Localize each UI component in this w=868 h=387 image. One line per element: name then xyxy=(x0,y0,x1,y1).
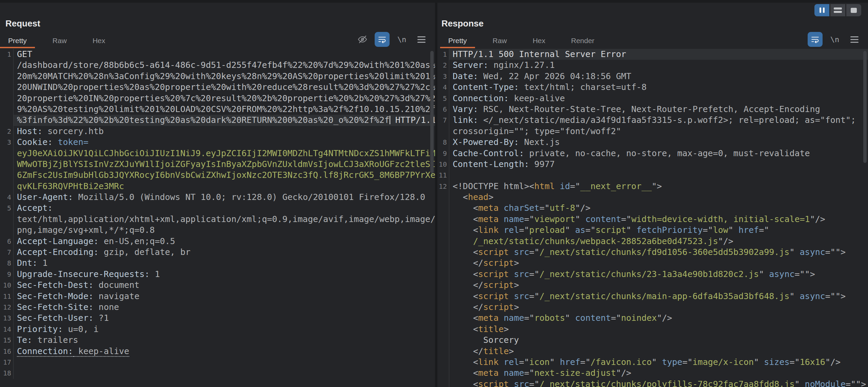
code-line[interactable]: qvKLF63RQVPHtBi2e3MRc xyxy=(0,181,435,192)
response-scrollbar[interactable] xyxy=(863,51,867,163)
line-number: 10 xyxy=(0,280,13,291)
code-line[interactable]: <link rel="preload" as="script" fetchPri… xyxy=(437,225,868,236)
editor-menu-icon[interactable] xyxy=(414,32,429,47)
layout-rows-button[interactable] xyxy=(830,4,845,16)
tab-raw[interactable]: Raw xyxy=(44,35,75,48)
code-line[interactable]: 8Dnt: 1 xyxy=(0,258,435,269)
layout-rows-icon xyxy=(834,7,842,13)
newline-toggle[interactable]: \n xyxy=(394,32,409,47)
code-line[interactable]: 5Accept: xyxy=(0,203,435,214)
response-tabbar: PrettyRawHexRender xyxy=(440,35,603,48)
code-line[interactable]: 18 xyxy=(0,368,435,379)
code-line[interactable]: 6Vary: RSC, Next-Router-State-Tree, Next… xyxy=(437,104,868,115)
code-line[interactable]: 20propertie%20IN%20properties%20%7c%20re… xyxy=(0,93,435,104)
layout-single-button[interactable] xyxy=(846,4,861,16)
tab-hex[interactable]: Hex xyxy=(84,35,113,48)
code-line[interactable]: crossorigin=""; type="font/woff2" xyxy=(437,126,868,137)
line-number xyxy=(437,368,449,379)
request-editor[interactable]: 1GET/dashboard/store/88b6b6c5-a614-486c-… xyxy=(0,48,435,387)
tab-pretty[interactable]: Pretty xyxy=(0,35,35,48)
request-scrollbar[interactable] xyxy=(430,51,434,173)
code-line[interactable]: 1GET xyxy=(0,49,435,60)
code-line[interactable]: <meta name="next-size-adjust"/> xyxy=(437,368,868,379)
response-editor[interactable]: 1HTTP/1.1 500 Internal Server Error2Serv… xyxy=(437,48,868,387)
code-line[interactable]: </script> xyxy=(437,280,868,291)
code-line[interactable]: 20UNWIND%20properties%20as%20propertie%2… xyxy=(0,82,435,93)
code-line[interactable]: 17 xyxy=(0,357,435,368)
code-line[interactable]: 10Content-Length: 9977 xyxy=(437,159,868,170)
line-number: 2 xyxy=(437,60,449,71)
code-line[interactable]: 2Server: nginx/1.27.1 xyxy=(437,60,868,71)
newline-toggle[interactable]: \n xyxy=(827,32,842,47)
code-line[interactable]: 14Priority: u=0, i xyxy=(0,324,435,335)
line-number xyxy=(437,214,449,225)
code-line[interactable]: <script src="/_next/static/chunks/polyfi… xyxy=(437,379,868,387)
hide-headers-eye-off-icon[interactable] xyxy=(355,32,370,47)
word-wrap-icon[interactable] xyxy=(375,32,390,47)
code-line[interactable]: 9Upgrade-Insecure-Requests: 1 xyxy=(0,269,435,280)
word-wrap-icon[interactable] xyxy=(808,32,823,47)
code-line[interactable]: 7Accept-Encoding: gzip, deflate, br xyxy=(0,247,435,258)
code-line[interactable]: /dashboard/store/88b6b6c5-a614-486c-9d51… xyxy=(0,60,435,71)
code-line[interactable]: </title> xyxy=(437,346,868,357)
line-number: 8 xyxy=(437,137,449,148)
code-line[interactable]: </script> xyxy=(437,302,868,313)
code-line[interactable]: </script> xyxy=(437,258,868,269)
code-line[interactable]: <script src="/_next/static/chunks/fd9d10… xyxy=(437,247,868,258)
code-line[interactable]: %3finfo%3d%22%20%2b%20testing%20as%20dar… xyxy=(0,115,435,126)
code-line[interactable]: <meta charSet="utf-8"/> xyxy=(437,203,868,214)
code-line[interactable]: <meta name="viewport" content="width=dev… xyxy=(437,214,868,225)
code-line[interactable]: 9%20AS%20testing%20limit%201%20LOAD%20CS… xyxy=(0,104,435,115)
code-line[interactable]: <meta name="robots" content="noindex"/> xyxy=(437,313,868,324)
code-line[interactable]: 6ZmFsc2UsIm9ubHlGb3JQYXRocyI6bnVsbCwiZXh… xyxy=(0,170,435,181)
code-line[interactable]: eyJ0eXAiOiJKV1QiLCJhbGciOiJIUzI1NiJ9.eyJ… xyxy=(0,148,435,159)
code-line[interactable]: 10Sec-Fetch-Dest: document xyxy=(0,280,435,291)
code-line[interactable]: 1HTTP/1.1 500 Internal Server Error xyxy=(437,49,868,60)
code-line[interactable]: 15Te: trailers xyxy=(0,335,435,346)
code-line[interactable]: 5Connection: keep-alive xyxy=(437,93,868,104)
line-number: 1 xyxy=(437,49,449,60)
code-line[interactable]: WMwOTBjZjBlYSIsInVzZXJuYW1lIjoiZGFyayIsI… xyxy=(0,159,435,170)
code-line[interactable]: <title> xyxy=(437,324,868,335)
panel-divider[interactable] xyxy=(435,3,437,387)
code-line[interactable]: 12Sec-Fetch-Site: none xyxy=(0,302,435,313)
line-number: 15 xyxy=(0,335,13,346)
code-line[interactable]: <head> xyxy=(437,192,868,203)
code-line[interactable]: 3Date: Wed, 22 Apr 2026 04:18:56 GMT xyxy=(437,71,868,82)
line-number xyxy=(0,115,13,126)
line-number: 9 xyxy=(437,148,449,159)
line-number: 3 xyxy=(0,137,13,148)
tab-render[interactable]: Render xyxy=(563,35,603,48)
code-line[interactable]: 16Connection: keep-alive xyxy=(0,346,435,357)
code-line[interactable]: 3Cookie: token= xyxy=(0,137,435,148)
code-line[interactable]: text/html,application/xhtml+xml,applicat… xyxy=(0,214,435,225)
code-line[interactable]: 7link: </_next/static/media/a34f9d1faa5f… xyxy=(437,115,868,126)
tab-hex[interactable]: Hex xyxy=(525,35,553,48)
code-line[interactable]: 13Sec-Fetch-User: ?1 xyxy=(0,313,435,324)
code-line[interactable]: 4Content-Type: text/html; charset=utf-8 xyxy=(437,82,868,93)
code-line[interactable]: 2Host: sorcery.htb xyxy=(0,126,435,137)
code-line[interactable]: <script src="/_next/static/chunks/23-1a3… xyxy=(437,269,868,280)
code-line[interactable]: 12<!DOCTYPE html><html id="__next_error_… xyxy=(437,181,868,192)
code-line[interactable]: 6Accept-Language: en-US,en;q=0.5 xyxy=(0,236,435,247)
code-line[interactable]: 11Sec-Fetch-Mode: navigate xyxy=(0,291,435,302)
code-line[interactable]: 11 xyxy=(437,170,868,181)
code-line[interactable]: 20m%20MATCH%20%28n%3aConfig%29%20with%20… xyxy=(0,71,435,82)
code-line[interactable]: <script src="/_next/static/chunks/main-a… xyxy=(437,291,868,302)
editor-menu-icon[interactable] xyxy=(847,32,862,47)
line-number xyxy=(0,104,13,115)
code-line[interactable]: /_next/static/chunks/webpack-28852a6be0d… xyxy=(437,236,868,247)
layout-columns-icon xyxy=(820,7,825,13)
line-number: 14 xyxy=(0,324,13,335)
newline-label: \n xyxy=(397,35,407,44)
code-line[interactable]: <link rel="icon" href="/favicon.ico" typ… xyxy=(437,357,868,368)
layout-columns-button[interactable] xyxy=(814,4,829,16)
tab-pretty[interactable]: Pretty xyxy=(440,35,475,48)
code-line[interactable]: 9Cache-Control: private, no-cache, no-st… xyxy=(437,148,868,159)
code-line[interactable]: png,image/svg+xml,*/*;q=0.8 xyxy=(0,225,435,236)
code-line[interactable]: 8X-Powered-By: Next.js xyxy=(437,137,868,148)
line-number: 6 xyxy=(0,236,13,247)
tab-raw[interactable]: Raw xyxy=(485,35,515,48)
code-line[interactable]: 4User-Agent: Mozilla/5.0 (Windows NT 10.… xyxy=(0,192,435,203)
code-line[interactable]: Sorcery xyxy=(437,335,868,346)
